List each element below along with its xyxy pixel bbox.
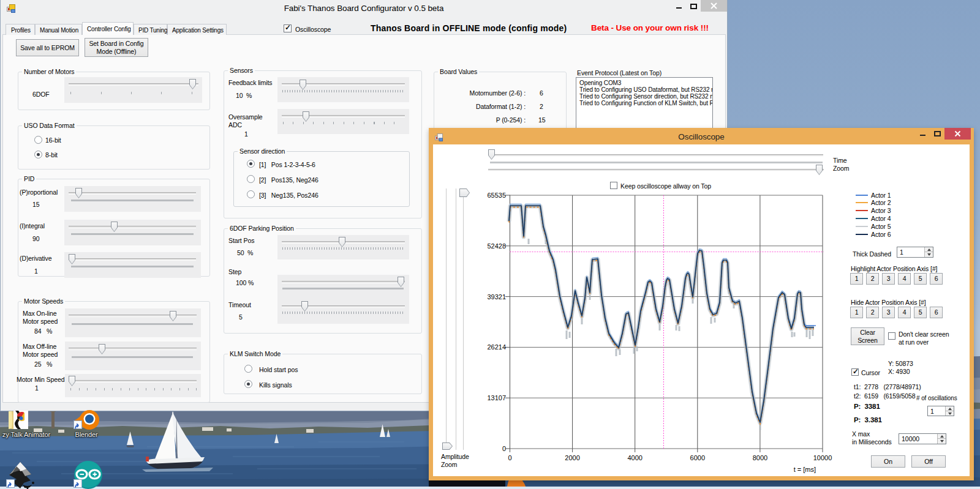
svg-text:6000: 6000 (690, 454, 705, 461)
svg-text:13107: 13107 (487, 394, 506, 401)
svg-text:52428: 52428 (487, 242, 506, 250)
svg-text:0: 0 (508, 454, 511, 461)
svg-text:4000: 4000 (627, 454, 642, 461)
svg-text:26214: 26214 (487, 343, 506, 351)
svg-text:8000: 8000 (753, 454, 767, 461)
svg-text:39321: 39321 (487, 293, 506, 300)
svg-text:10000: 10000 (813, 454, 832, 461)
svg-text:2000: 2000 (565, 454, 579, 461)
svg-text:t = [ms]: t = [ms] (794, 466, 816, 473)
svg-text:65535: 65535 (487, 192, 506, 199)
